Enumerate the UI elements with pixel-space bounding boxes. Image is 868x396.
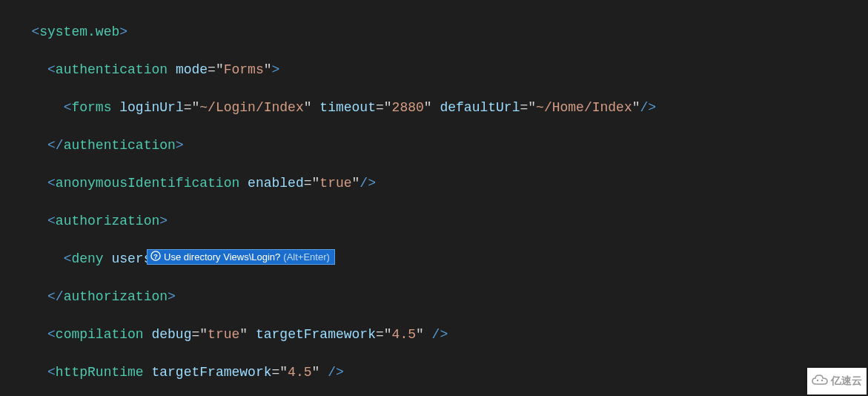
code-line[interactable]: </authorization> — [7, 288, 868, 307]
info-icon: ? — [150, 251, 161, 263]
code-line[interactable]: <authentication mode="Forms"> — [7, 61, 868, 80]
code-line[interactable]: <system.web> — [7, 23, 868, 42]
code-line[interactable]: <anonymousIdentification enabled="true"/… — [7, 174, 868, 194]
svg-text:?: ? — [153, 252, 158, 260]
hint-shortcut: (Alt+Enter) — [283, 251, 330, 263]
code-editor[interactable]: <system.web> <authentication mode="Forms… — [0, 0, 868, 396]
watermark-text: 亿速云 — [831, 374, 862, 388]
code-line[interactable]: <authorization> — [7, 212, 868, 231]
code-line[interactable]: <httpRuntime targetFramework="4.5" /> — [7, 363, 868, 383]
cloud-icon — [812, 374, 828, 389]
code-line[interactable]: <deny users="?"/> — [7, 250, 868, 269]
code-line[interactable]: <forms loginUrl="~/Login/Index" timeout=… — [7, 99, 868, 118]
watermark: 亿速云 — [807, 368, 867, 395]
hint-tooltip[interactable]: ? Use directory Views\Login? (Alt+Enter) — [147, 249, 335, 265]
code-line[interactable]: <compilation debug="true" targetFramewor… — [7, 326, 868, 345]
hint-text: Use directory Views\Login? — [164, 251, 280, 263]
svg-point-3 — [821, 379, 823, 380]
svg-point-2 — [817, 379, 818, 380]
code-line[interactable]: </authentication> — [7, 136, 868, 156]
